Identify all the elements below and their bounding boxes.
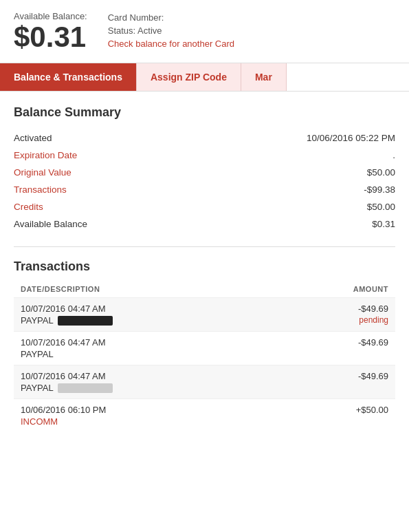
transactions-header: DATE/DESCRIPTION AMOUNT [14,281,395,297]
trans-pending-badge: pending [359,315,388,325]
tabs-bar: Balance & Transactions Assign ZIP Code M… [0,63,409,92]
tab-assign-zip[interactable]: Assign ZIP Code [136,63,241,91]
trans-date: 10/06/2016 06:10 PM [21,405,106,415]
balance-summary-title: Balance Summary [14,105,395,120]
trans-right: -$49.69pending [358,304,388,325]
summary-row-label: Activated [14,129,151,147]
trans-amount: +$50.00 [356,405,388,415]
status-row: Status: Active [108,25,234,36]
redacted-bar [58,383,113,393]
col-date-label: DATE/DESCRIPTION [21,285,100,293]
tab-manage[interactable]: Mar [241,63,287,91]
transaction-row: 10/06/2016 06:10 PMINCOMM+$50.00 [14,398,395,432]
trans-right: +$50.00 [356,405,388,415]
summary-row: Original Value$50.00 [14,164,395,181]
col-amount-label: AMOUNT [353,285,388,293]
trans-date: 10/07/2016 04:47 AM [21,371,113,381]
summary-row-value: $50.00 [151,164,395,181]
trans-merchant: PAYPAL [21,383,54,393]
trans-left: 10/06/2016 06:10 PMINCOMM [21,405,106,427]
balance-amount: $0.31 [14,21,87,53]
summary-row-label: Available Balance [14,215,151,233]
trans-merchant: PAYPAL [21,349,54,359]
available-balance-label: Available Balance: [14,11,87,21]
summary-row: Transactions-$99.38 [14,181,395,198]
tab-balance-transactions[interactable]: Balance & Transactions [0,63,136,91]
transactions-title: Transactions [14,259,395,274]
summary-row: Available Balance$0.31 [14,215,395,233]
trans-merchant: INCOMM [21,416,58,427]
header-section: Available Balance: $0.31 Card Number: St… [0,0,409,60]
trans-desc: PAYPAL [21,315,113,326]
trans-amount: -$49.69 [358,304,388,314]
summary-row-value: $0.31 [151,215,395,233]
balance-summary-table: Activated10/06/2016 05:22 PMExpiration D… [14,129,395,233]
summary-row-value: 10/06/2016 05:22 PM [151,129,395,147]
trans-date: 10/07/2016 04:47 AM [21,304,113,314]
card-number-label: Card Number: [108,12,234,23]
transactions-list: 10/07/2016 04:47 AMPAYPAL-$49.69pending1… [14,297,395,432]
trans-right: -$49.69 [358,371,388,381]
trans-desc: PAYPAL [21,349,106,359]
summary-row-label[interactable]: Expiration Date [14,147,151,164]
summary-row: Credits$50.00 [14,198,395,215]
status-label: Status: [108,25,135,36]
trans-amount: -$49.69 [358,337,388,348]
check-balance-link[interactable]: Check balance for another Card [108,39,234,49]
trans-left: 10/07/2016 04:47 AMPAYPAL [21,337,106,359]
summary-row-value: $50.00 [151,198,395,215]
trans-desc: PAYPAL [21,383,113,393]
transaction-row: 10/07/2016 04:47 AMPAYPAL-$49.69 [14,331,395,365]
section-divider [14,246,395,247]
summary-row: Expiration Date. [14,147,395,164]
summary-row-value: . [151,147,395,164]
trans-amount: -$49.69 [358,371,388,381]
trans-desc: INCOMM [21,416,106,427]
card-info: Card Number: Status: Active Check balanc… [108,11,234,49]
transaction-row: 10/07/2016 04:47 AMPAYPAL-$49.69pending [14,297,395,331]
content-area: Balance Summary Activated10/06/2016 05:2… [0,92,409,439]
summary-row-label[interactable]: Original Value [14,164,151,181]
trans-left: 10/07/2016 04:47 AMPAYPAL [21,371,113,393]
summary-row-label[interactable]: Credits [14,198,151,215]
balance-left: Available Balance: $0.31 [14,11,87,53]
summary-row-label[interactable]: Transactions [14,181,151,198]
trans-merchant: PAYPAL [21,315,54,326]
redacted-bar [58,316,113,326]
trans-date: 10/07/2016 04:47 AM [21,337,106,348]
trans-right: -$49.69 [358,337,388,348]
status-value: Active [137,25,162,36]
summary-row: Activated10/06/2016 05:22 PM [14,129,395,147]
summary-row-value: -$99.38 [151,181,395,198]
trans-left: 10/07/2016 04:47 AMPAYPAL [21,304,113,326]
transaction-row: 10/07/2016 04:47 AMPAYPAL-$49.69 [14,365,395,398]
